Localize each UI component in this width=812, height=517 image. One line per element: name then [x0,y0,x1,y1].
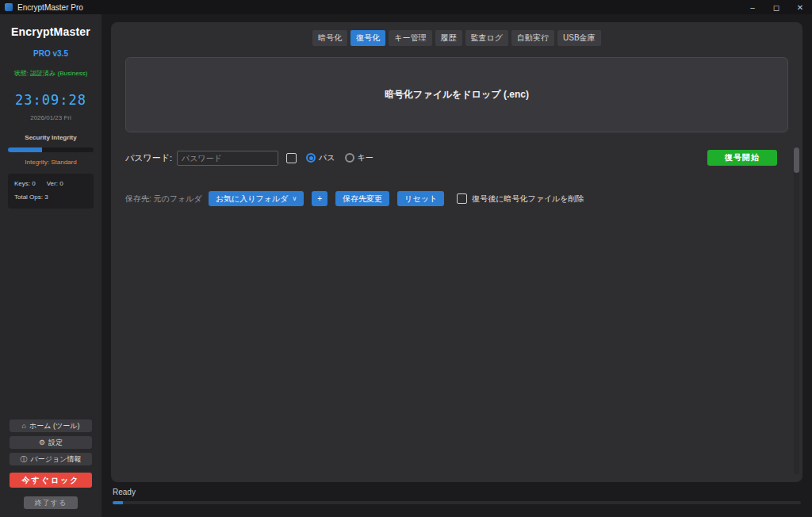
date: 2026/01/23 Fri [30,114,71,121]
change-destination-button[interactable]: 保存先変更 [335,191,389,206]
dropzone-text: 暗号化ファイルをドロップ (.enc) [385,88,529,101]
add-favorite-button[interactable]: + [312,191,327,206]
stat-keys: Keys: 0 [14,180,36,187]
stat-ver: Ver: 0 [47,180,63,187]
status-progress-fill [113,501,123,504]
decrypt-start-button[interactable]: 復号開始 [707,150,777,166]
content: EncryptMaster PRO v3.5 状態: 認証済み (Busines… [0,14,812,517]
app-name: EncryptMaster [11,25,90,38]
minimize-button[interactable]: – [741,0,764,14]
mode-pass-radio[interactable] [306,153,316,163]
gear-icon: ⚙ [39,438,45,446]
tab-audit-log[interactable]: 監査ログ [465,30,508,46]
window-controls: – ◻ ✕ [741,0,812,14]
version-info-button-label: バージョン情報 [31,454,82,465]
home-button-label: ホーム (ツール) [29,421,79,431]
auth-status: 状態: 認証済み (Business) [14,69,88,78]
stats-box: Keys: 0 Ver: 0 Total Ops: 3 [8,174,94,209]
main-area: 暗号化 復号化 キー管理 履歴 監査ログ 自動実行 USB金庫 暗号化ファイルを… [102,14,812,517]
mode-pass-label: パス [319,152,335,163]
tab-bar: 暗号化 復号化 キー管理 履歴 監査ログ 自動実行 USB金庫 [111,30,802,46]
integrity-label: Security Integrity [25,134,76,141]
scrollbar-track[interactable] [794,147,799,474]
lock-now-button[interactable]: 今すぐロック [10,473,92,488]
home-button[interactable]: ⌂ ホーム (ツール) [10,419,92,432]
status-text: Ready [113,488,801,496]
app-version: PRO v3.5 [33,49,68,58]
tab-usb-vault[interactable]: USB金庫 [557,30,601,46]
exit-button[interactable]: 終了する [24,496,78,509]
integrity-status: Integrity: Standard [25,159,76,166]
clock: 23:09:28 [15,92,86,108]
tab-auto-run[interactable]: 自動実行 [511,30,554,46]
close-button[interactable]: ✕ [788,0,812,14]
favorite-folder-label: お気に入りフォルダ [216,193,289,205]
app-window: EncryptMaster Pro – ◻ ✕ EncryptMaster PR… [0,0,812,517]
delete-after-decrypt-checkbox[interactable] [457,193,467,204]
password-input[interactable] [177,151,278,166]
mode-key-label: キー [358,152,373,163]
titlebar: EncryptMaster Pro – ◻ ✕ [0,0,812,14]
version-info-button[interactable]: ⓘ バージョン情報 [10,453,92,465]
integrity-progress-fill [8,147,42,152]
settings-button[interactable]: ⚙ 設定 [10,436,92,449]
delete-after-decrypt-label: 復号後に暗号化ファイルを削除 [472,193,584,205]
mode-key-radio[interactable] [345,153,354,163]
app-icon [5,3,13,11]
home-icon: ⌂ [22,422,26,430]
status-progressbar [113,501,801,504]
settings-button-label: 設定 [48,438,63,448]
delete-after-decrypt-option: 復号後に暗号化ファイルを削除 [457,193,584,205]
tab-decrypt[interactable]: 復号化 [350,30,385,46]
password-label: パスワード: [125,152,172,164]
chevron-down-icon: ∨ [292,195,297,202]
favorite-folder-dropdown[interactable]: お気に入りフォルダ ∨ [209,191,304,206]
sidebar: EncryptMaster PRO v3.5 状態: 認証済み (Busines… [0,14,102,517]
tab-encrypt[interactable]: 暗号化 [312,30,347,46]
stat-total-ops: Total Ops: 3 [14,193,87,201]
window-title: EncryptMaster Pro [17,3,83,12]
tab-key-management[interactable]: キー管理 [389,30,431,46]
tab-history[interactable]: 履歴 [435,30,462,46]
save-destination-row: 保存先: 元のフォルダ お気に入りフォルダ ∨ + 保存先変更 リセット 復号後… [125,191,788,206]
reset-destination-button[interactable]: リセット [397,191,444,206]
maximize-button[interactable]: ◻ [764,0,788,14]
save-destination-label: 保存先: 元のフォルダ [125,193,202,205]
show-password-checkbox[interactable] [286,153,297,163]
file-dropzone[interactable]: 暗号化ファイルをドロップ (.enc) [125,57,788,132]
statusbar: Ready [111,482,802,517]
main-panel: 暗号化 復号化 キー管理 履歴 監査ログ 自動実行 USB金庫 暗号化ファイルを… [111,22,802,482]
integrity-progressbar [8,147,94,152]
scrollbar-thumb[interactable] [794,147,799,173]
info-icon: ⓘ [21,454,28,465]
password-row: パスワード: パス キー 復号開始 [125,150,788,166]
